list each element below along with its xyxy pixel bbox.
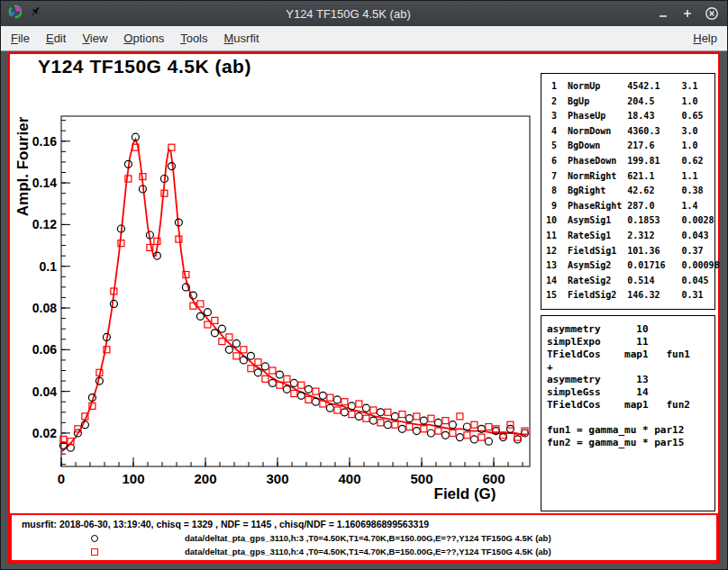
minimize-icon <box>656 6 670 21</box>
menu-left: FileEditViewOptionsToolsMusrfit <box>3 27 685 50</box>
root-canvas[interactable]: Y124 TF150G 4.5K (ab) 010020030040050060… <box>8 52 720 564</box>
menu-item-musrfit[interactable]: Musrfit <box>216 27 268 50</box>
param-row-fieldsig1: 12 FieldSig1 101.36 0.37 <box>546 244 714 259</box>
theory-line: fun2 = gamma_mu * par15 <box>547 437 714 449</box>
pin-icon[interactable] <box>29 5 41 22</box>
menu-item-options[interactable]: Options <box>115 27 172 50</box>
param-row-phaseup: 3 PhaseUp 18.43 0.65 <box>546 109 714 124</box>
svg-text:0: 0 <box>58 471 65 486</box>
titlebar-right <box>655 5 720 22</box>
svg-text:0.06: 0.06 <box>32 342 57 357</box>
legend-label-down: data/deltat_pta_gps_3110,h:4 ,T0=4.50K,T… <box>185 547 551 556</box>
svg-text:0.12: 0.12 <box>32 217 57 231</box>
param-row-normdown: 4 NormDown 4360.3 3.0 <box>546 124 714 140</box>
x-axis-title: Field (G) <box>434 485 496 502</box>
svg-text:100: 100 <box>122 471 144 486</box>
y-axis-title: Ampl. Fourier <box>14 116 32 216</box>
theory-line: TFieldCos map1 fun1 <box>547 348 714 361</box>
series-down-squares <box>60 144 528 445</box>
menu-item-view[interactable]: View <box>74 27 115 50</box>
fit-curve <box>61 140 526 452</box>
theory-line <box>547 412 714 424</box>
square-marker-icon <box>91 548 98 556</box>
titlebar-left <box>8 5 41 23</box>
theory-line: asymmetry 10 <box>547 323 714 336</box>
parameter-box[interactable]: 1 NormUp 4542.1 3.1 2 BgUp 204.5 1.0 3 P… <box>541 73 715 310</box>
menu-item-file[interactable]: File <box>3 27 38 50</box>
param-row-ratesig1: 11 RateSig1 2.312 0.043 <box>546 229 714 244</box>
close-icon <box>705 6 719 21</box>
param-row-asymsig1: 10 AsymSig1 0.1853 0.0028 <box>546 213 714 229</box>
legend-row-up: data/deltat_pta_gps_3110,h:3 ,T0=4.50K,T… <box>91 533 551 543</box>
fourier-plot[interactable]: 01002003004005006000.020.040.060.080.10.… <box>10 54 540 511</box>
legend-row-down: data/deltat_pta_gps_3110,h:4 ,T0=4.50K,T… <box>91 547 551 556</box>
app-window: Y124 TF150G 4.5K (ab) FileEditViewOption… <box>0 0 728 570</box>
svg-text:200: 200 <box>194 471 216 486</box>
param-row-asymsig2: 13 AsymSig2 0.01716 0.00098 <box>546 258 714 274</box>
param-row-fieldsig2: 15 FieldSig2 146.32 0.31 <box>546 288 714 303</box>
y-axis <box>61 121 70 465</box>
minimize-button[interactable] <box>655 5 671 22</box>
menu-item-help[interactable]: Help <box>685 27 725 50</box>
theory-line: TFieldCos map1 fun2 <box>547 399 714 412</box>
theory-line: simplExpo 11 <box>547 336 714 348</box>
maximize-button[interactable] <box>679 5 696 22</box>
series-up-circles <box>59 133 528 451</box>
theory-line: + <box>547 361 714 374</box>
svg-text:0.16: 0.16 <box>32 134 57 149</box>
svg-text:400: 400 <box>338 471 360 486</box>
x-axis <box>61 457 523 466</box>
param-row-bgdown: 5 BgDown 217.6 1.0 <box>546 139 714 154</box>
info-pad[interactable]: musrfit: 2018-06-30, 13:19:40, chisq = 1… <box>10 513 718 562</box>
window-title: Y124 TF150G 4.5K (ab) <box>41 7 655 21</box>
param-row-phaseright: 9 PhaseRight 287.0 1.4 <box>546 199 714 214</box>
svg-text:0.14: 0.14 <box>32 176 57 190</box>
theory-line: fun1 = gamma_mu * par12 <box>547 424 714 437</box>
param-row-ratesig2: 14 RateSig2 0.514 0.045 <box>546 274 714 289</box>
titlebar[interactable]: Y124 TF150G 4.5K (ab) <box>1 1 727 26</box>
svg-text:600: 600 <box>482 471 505 486</box>
legend-label-up: data/deltat_pta_gps_3110,h:3 ,T0=4.50K,T… <box>185 533 551 543</box>
plot-frame <box>61 116 530 466</box>
theory-line: simpleGss 14 <box>547 386 714 399</box>
param-row-bgup: 2 BgUp 204.5 1.0 <box>546 95 714 110</box>
fit-info: musrfit: 2018-06-30, 13:19:40, chisq = 1… <box>22 519 429 529</box>
param-row-bgright: 8 BgRight 42.62 0.38 <box>546 184 714 199</box>
svg-text:500: 500 <box>410 471 432 486</box>
svg-text:0.02: 0.02 <box>32 426 57 440</box>
param-row-normup: 1 NormUp 4542.1 3.1 <box>546 79 714 95</box>
svg-text:0.08: 0.08 <box>32 301 57 315</box>
menubar: FileEditViewOptionsToolsMusrfit Help <box>1 26 727 51</box>
theory-line: asymmetry 13 <box>547 374 714 386</box>
circle-marker-icon <box>91 535 98 542</box>
svg-text:0.1: 0.1 <box>40 259 58 274</box>
svg-text:300: 300 <box>266 471 288 486</box>
close-button[interactable] <box>704 5 720 22</box>
theory-box[interactable]: asymmetry 10simplExpo 11TFieldCos map1 f… <box>541 315 715 511</box>
maximize-icon <box>680 6 695 21</box>
svg-text:0.04: 0.04 <box>32 385 57 399</box>
param-row-phasedown: 6 PhaseDown 199.81 0.62 <box>546 154 714 169</box>
menu-right: Help <box>685 27 725 50</box>
menu-item-edit[interactable]: Edit <box>38 27 74 50</box>
app-icon[interactable] <box>8 5 23 23</box>
param-row-normright: 7 NormRight 621.1 1.1 <box>546 169 714 185</box>
menu-item-tools[interactable]: Tools <box>172 27 215 50</box>
